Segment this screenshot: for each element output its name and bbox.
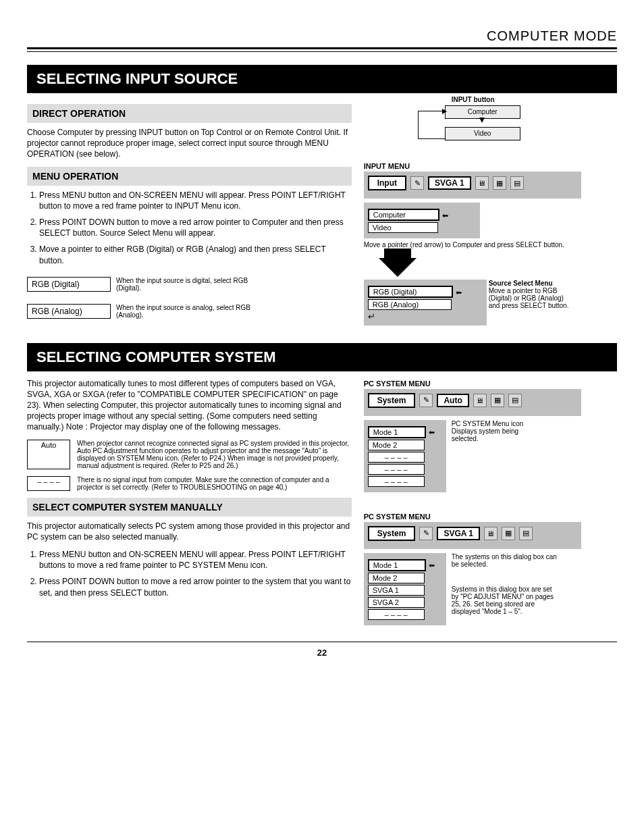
osd-item-blank[interactable]: – – – –	[368, 464, 425, 475]
big-arrow-down-icon	[379, 258, 417, 277]
osd-input-caption: INPUT MENU	[364, 162, 617, 170]
flow-title: INPUT button	[452, 96, 495, 103]
section-header-system: SELECTING COMPUTER SYSTEM	[27, 343, 617, 371]
section-header-source: SELECTING INPUT SOURCE	[27, 65, 617, 93]
input-menu-icon[interactable]: ✎	[410, 176, 424, 190]
arrow-right-icon	[442, 109, 447, 114]
page: COMPUTER MODE SELECTING INPUT SOURCE DIR…	[0, 0, 644, 834]
pc-adjust-icon[interactable]: 🖥	[475, 176, 489, 190]
rgb-digital-button[interactable]: RGB (Digital)	[27, 277, 111, 292]
osd-input-callout: Move a pointer (red arrow) to Computer a…	[364, 241, 617, 249]
manual-text: This projector automatically selects PC …	[27, 521, 352, 542]
rgb-digital-desc: When the input source is digital, select…	[116, 277, 265, 292]
osd-system-manual-caption: PC SYSTEM MENU	[364, 513, 617, 521]
osd-system-auto-chip[interactable]: Auto	[437, 394, 468, 407]
osd-item-blank[interactable]: – – – –	[368, 609, 425, 620]
input-menu-icon[interactable]: ✎	[419, 527, 433, 540]
screen-icon[interactable]: ▤	[508, 394, 522, 407]
flow-box-video: Video	[445, 127, 520, 140]
pc-adjust-icon[interactable]: 🖥	[473, 394, 487, 407]
nosignal-message-box: – – – –	[27, 476, 70, 491]
osd-system-button[interactable]: System	[368, 393, 416, 408]
system-intro: This projector automatically tunes to mo…	[27, 378, 352, 433]
osd-input-menu: Input ✎ SVGA 1 🖥 ▦ ▤	[364, 172, 581, 199]
source-select-callout: Move a pointer to RGB (Digital) or RGB (…	[489, 287, 570, 309]
osd-item-svga1[interactable]: SVGA 1	[368, 585, 425, 596]
footer-rule	[27, 642, 617, 642]
menu-steps: Press MENU button and ON-SCREEN MENU wil…	[27, 190, 352, 266]
source-select-label: Source Select Menu	[489, 280, 570, 287]
osd-item-svga2[interactable]: SVGA 2	[368, 597, 425, 608]
menu-step-3: Move a pointer to either RGB (Digital) o…	[39, 244, 352, 265]
osd-source-select: RGB (Digital) ⬅ RGB (Analog) ↵	[364, 280, 487, 325]
manual-steps: Press MENU button and ON-SCREEN MENU wil…	[27, 549, 352, 598]
input-button-flow: INPUT button Computer Video	[391, 97, 539, 158]
osd-item-mode2[interactable]: Mode 2	[368, 573, 425, 583]
osd-system-manual-list: Mode 1 ⬅ Mode 2 SVGA 1 SVGA 2 – – – –	[364, 553, 446, 625]
auto-message-desc: When projector cannot recognize connecte…	[77, 440, 352, 469]
osd-item-blank[interactable]: – – – –	[368, 476, 425, 487]
pointer-arrow-icon: ⬅	[442, 211, 448, 220]
input-menu-icon[interactable]: ✎	[419, 394, 433, 407]
arrow-down-icon	[479, 118, 485, 123]
image-icon[interactable]: ▦	[493, 176, 506, 190]
screen-icon[interactable]: ▤	[510, 176, 524, 190]
osd-item-video[interactable]: Video	[368, 222, 438, 233]
flow-box-computer: Computer	[445, 105, 520, 119]
osd-system-auto-list: Mode 1 ⬅ Mode 2 – – – – – – – – – – – –	[364, 420, 446, 492]
image-icon[interactable]: ▦	[502, 527, 515, 540]
flow-loop-line	[418, 111, 446, 139]
osd-manual-note-top: The systems on this dialog box can be se…	[452, 553, 560, 568]
osd-manual-note-bottom: Systems in this dialog box are set by "P…	[452, 585, 560, 615]
exit-icon[interactable]: ↵	[368, 311, 483, 321]
osd-item-computer[interactable]: Computer	[368, 209, 439, 221]
osd-auto-right-note: PC SYSTEM Menu icon Displays system bein…	[452, 420, 546, 442]
osd-item-mode1[interactable]: Mode 1	[368, 559, 426, 571]
osd-system-button[interactable]: System	[368, 526, 416, 541]
screen-icon[interactable]: ▤	[519, 527, 533, 540]
osd-item-rgb-digital[interactable]: RGB (Digital)	[368, 286, 453, 298]
direct-text: Choose Computer by pressing INPUT button…	[27, 127, 352, 160]
rgb-analog-desc: When the input source is analog, select …	[116, 304, 265, 319]
subhead-direct: DIRECT OPERATION	[27, 104, 352, 123]
osd-system-auto-caption: PC SYSTEM MENU	[364, 380, 617, 388]
osd-input-button[interactable]: Input	[368, 176, 406, 190]
osd-item-rgb-analog[interactable]: RGB (Analog)	[368, 299, 452, 310]
osd-system-manual: System ✎ SVGA 1 🖥 ▦ ▤	[364, 522, 581, 549]
osd-input-list: Computer ⬅ Video	[364, 203, 480, 238]
page-number: 22	[27, 648, 617, 658]
osd-system-manual-chip[interactable]: SVGA 1	[437, 527, 480, 540]
nosignal-message-desc: There is no signal input from computer. …	[77, 476, 352, 491]
osd-input-chip[interactable]: SVGA 1	[428, 176, 471, 190]
pointer-arrow-icon: ⬅	[429, 428, 435, 437]
pointer-arrow-icon: ⬅	[456, 288, 462, 297]
menu-step-1: Press MENU button and ON-SCREEN MENU wil…	[39, 190, 352, 211]
osd-item-mode2[interactable]: Mode 2	[368, 440, 425, 450]
menu-step-2: Press POINT DOWN button to move a red ar…	[39, 217, 352, 238]
pc-adjust-icon[interactable]: 🖥	[484, 527, 498, 540]
manual-step-2: Press POINT DOWN button to move a red ar…	[39, 576, 352, 598]
subhead-menu: MENU OPERATION	[27, 167, 352, 186]
rgb-analog-button[interactable]: RGB (Analog)	[27, 304, 111, 319]
osd-item-mode1[interactable]: Mode 1	[368, 426, 426, 438]
osd-system-auto: System ✎ Auto 🖥 ▦ ▤	[364, 389, 581, 416]
subhead-manual: SELECT COMPUTER SYSTEM MANUALLY	[27, 498, 352, 517]
pointer-arrow-icon: ⬅	[429, 561, 435, 570]
manual-step-1: Press MENU button and ON-SCREEN MENU wil…	[39, 549, 352, 571]
image-icon[interactable]: ▦	[491, 394, 504, 407]
auto-message-box: Auto	[27, 440, 70, 469]
osd-item-blank[interactable]: – – – –	[368, 452, 425, 463]
